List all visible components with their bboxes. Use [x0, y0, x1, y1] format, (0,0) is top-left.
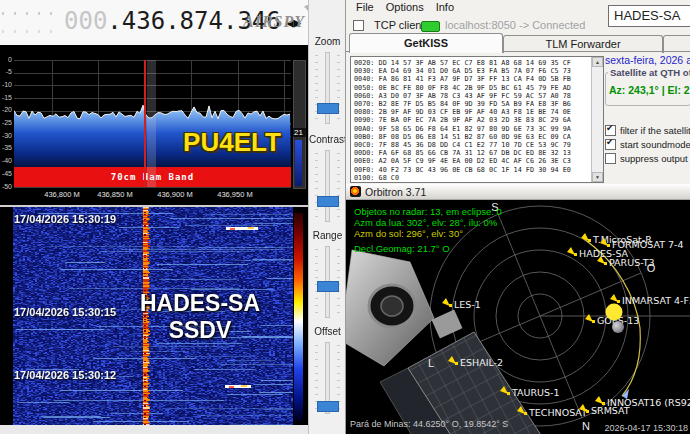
- satellite-marker-icon: [610, 294, 618, 302]
- option-label: suppress output: [620, 153, 688, 164]
- menu-info[interactable]: Info: [430, 1, 460, 13]
- satellite-marker-icon: [585, 314, 593, 322]
- waterfall-timestamp: 17/04/2026 15:30:15: [14, 306, 116, 318]
- option-checkbox[interactable]: [605, 139, 616, 150]
- slider-label-offset: Offset: [309, 326, 346, 337]
- frequency-bar: 000.436.874.346◀▶ AIRSPY ))): [0, 0, 310, 45]
- options-checkboxes: filter if the satellite is not vistart s…: [605, 124, 690, 166]
- radar-info-line: Decl.Geomag: 21.7° O: [354, 243, 450, 254]
- db-tick-label: -35: [0, 144, 12, 151]
- spectrum-display[interactable]: 0-5-10-15-20-25-30-35-40-45-50 70cm Ham …: [0, 45, 308, 207]
- orbitron-titlebar[interactable]: Orbitron 3.71: [346, 184, 690, 200]
- radar-info-line: Azm da lua: 302°, elv: 28°, ilu: 0%: [354, 217, 498, 228]
- menu-options[interactable]: Options: [380, 1, 430, 13]
- tuning-ticks: [2, 30, 58, 33]
- menu-file[interactable]: File: [350, 1, 380, 13]
- tuning-line[interactable]: [144, 60, 146, 187]
- airspy-logo-text: AIRSPY: [243, 13, 305, 30]
- satellite-marker-icon: [442, 298, 450, 306]
- satellite-label: TECHNOSAT: [528, 407, 587, 418]
- satellite-dot: [574, 253, 577, 256]
- tcp-client-label: TCP client: [374, 19, 425, 31]
- connection-led-icon: [421, 21, 440, 32]
- date-line: sexta-feira, 2026 abril 17: [605, 54, 690, 66]
- satellite-dot: [524, 412, 527, 415]
- waterfall-display[interactable]: 17/04/2026 15:30:1917/04/2026 15:30:1517…: [0, 207, 308, 425]
- compass-label-o: O: [647, 262, 656, 274]
- radar-view[interactable]: T.MicroSat-RFORMOSAT 7-4HADES-SAPARUS-T3…: [346, 200, 690, 434]
- satellite-name-overlay: HADES-SA: [118, 290, 282, 317]
- scroll-down-icon[interactable]: ▼: [592, 172, 603, 182]
- slider-ticks: [337, 345, 340, 409]
- db-tick-label: -45: [0, 170, 12, 177]
- satellite-dot: [586, 410, 589, 413]
- slider-contrast[interactable]: [309, 147, 346, 223]
- mode-overlay: SSDV: [118, 317, 282, 344]
- az-el-readout: Az: 243,1° | El: 22,5° | S: [609, 84, 690, 96]
- radar-info-line: Azm do sol: 296°, elv: 30°: [354, 228, 463, 239]
- db-tick-label: -20: [0, 106, 12, 113]
- signal-level-value: 21: [291, 128, 306, 137]
- satellite-dot: [507, 392, 510, 395]
- waterfall-timestamp: 17/04/2026 15:30:19: [14, 213, 116, 225]
- satellite-name-input[interactable]: HADES-SA: [608, 5, 690, 27]
- tuning-bandwidth[interactable]: [147, 60, 156, 187]
- sun-icon: [606, 304, 623, 321]
- slider-handle[interactable]: [317, 103, 339, 114]
- option-row: filter if the satellite is not vi: [605, 124, 690, 138]
- tuning-ticks: [2, 12, 58, 15]
- satellite-dot: [592, 320, 595, 323]
- slider-zoom[interactable]: [309, 49, 346, 125]
- satellite-label: LES-1: [454, 299, 481, 310]
- getkiss-window: FileOptionsInfo TCP client localhost:805…: [345, 0, 690, 184]
- waterfall-timestamp: 17/04/2026 15:30:12: [14, 369, 116, 381]
- slider-track[interactable]: [325, 150, 330, 222]
- option-checkbox[interactable]: [605, 153, 616, 164]
- slider-handle[interactable]: [317, 281, 339, 292]
- slider-handle[interactable]: [317, 401, 339, 412]
- slider-range[interactable]: [309, 243, 346, 319]
- tab-getkiss[interactable]: GetKISS: [349, 33, 503, 53]
- option-row: suppress output: [605, 152, 690, 166]
- satellite-label: TAURUS-1: [511, 387, 560, 398]
- slider-offset[interactable]: [309, 339, 346, 415]
- db-tick-label: -25: [0, 119, 12, 126]
- frequency-tick-label: 436,900 M: [147, 190, 203, 199]
- db-tick-label: -15: [0, 94, 12, 101]
- hex-scrollbar[interactable]: ▲ ▼: [591, 57, 603, 182]
- option-label: start soundmodem automa: [620, 139, 690, 150]
- satellite-dot: [588, 239, 591, 242]
- db-tick-label: -50: [0, 183, 12, 190]
- kiss-hex-dump[interactable]: 0020: DD 14 57 3F AB 57 EC C7 E8 81 A8 6…: [350, 56, 604, 183]
- db-tick-label: 0: [0, 56, 12, 63]
- satellite-info-panel: sexta-feira, 2026 abril 17 Satellite at …: [605, 54, 690, 184]
- satellite-marker-icon: [595, 396, 603, 404]
- option-row: start soundmodem automa: [605, 138, 690, 152]
- slider-handle[interactable]: [317, 196, 339, 207]
- frequency-tick-label: 436,850 M: [87, 190, 143, 199]
- option-checkbox[interactable]: [605, 125, 616, 136]
- db-tick-label: -5: [0, 68, 12, 75]
- tcp-client-checkbox[interactable]: [353, 20, 364, 31]
- observer-location: Pará de Minas: 44.6250° O, 19.8542° S: [350, 419, 508, 429]
- hex-dump-lines: 0020: DD 14 57 3F AB 57 EC C7 E8 81 A8 6…: [354, 59, 571, 182]
- qth-groupbox: Satellite at QTH of PU4 Az: 243,1° | El:…: [605, 72, 690, 106]
- qth-group-title: Satellite at QTH of PU4: [608, 67, 690, 78]
- db-tick-label: -10: [0, 81, 12, 88]
- connection-status: localhost:8050 -> Connected: [445, 19, 585, 31]
- airspy-logo: AIRSPY ))): [243, 13, 305, 31]
- display-controls: ZoomContrastRangeOffset: [308, 0, 346, 434]
- scroll-up-icon[interactable]: ▲: [592, 57, 603, 67]
- satellite-dot: [604, 262, 607, 265]
- radar-clock: 2026-04-17 15:30:18: [604, 423, 688, 433]
- menu-bar: FileOptionsInfo: [350, 1, 460, 15]
- option-label: filter if the satellite is not vi: [620, 125, 690, 136]
- satellite-dot: [449, 304, 452, 307]
- slider-ticks: [315, 345, 318, 409]
- satellite-label: INNOSAT16 (RS92S): [607, 397, 690, 408]
- radar-info-line: Objetos no radar: 13, em eclipse: 0: [354, 206, 502, 217]
- satellite-dot: [607, 244, 610, 247]
- satellite-dot: [617, 300, 620, 303]
- frequency-leading-zeros[interactable]: 000: [64, 7, 107, 35]
- orbitron-app-icon: [350, 186, 361, 197]
